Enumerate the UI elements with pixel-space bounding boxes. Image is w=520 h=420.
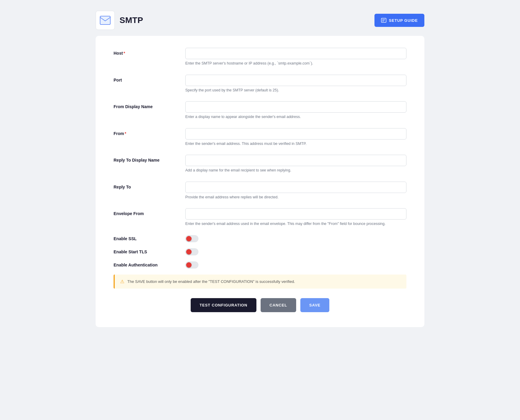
hint-reply_to: Provide the email address where replies … xyxy=(185,195,406,200)
header-left: SMTP xyxy=(96,11,143,30)
input-port[interactable] xyxy=(185,75,406,86)
toggle-label-enable_start_tls: Enable Start TLS xyxy=(114,249,185,254)
required-star-from: * xyxy=(125,131,126,136)
cancel-button[interactable]: CANCEL xyxy=(261,298,296,312)
required-star-host: * xyxy=(123,51,125,56)
label-from_display_name: From Display Name xyxy=(114,101,185,109)
label-from: From* xyxy=(114,128,185,136)
page-title: SMTP xyxy=(120,16,143,25)
hint-reply_to_display_name: Add a display name for the email recipie… xyxy=(185,168,406,173)
input-host[interactable] xyxy=(185,48,406,59)
warning-text: The SAVE button will only be enabled aft… xyxy=(127,279,295,284)
form-row-host: Host*Enter the SMTP server's hostname or… xyxy=(114,48,406,66)
toggle-switch-enable_start_tls[interactable] xyxy=(185,248,198,255)
input-envelope_from[interactable] xyxy=(185,208,406,220)
form-row-from_display_name: From Display NameEnter a display name to… xyxy=(114,101,406,120)
hint-envelope_from: Enter the sender's email address used in… xyxy=(185,221,406,227)
form-row-reply_to_display_name: Reply To Display NameAdd a display name … xyxy=(114,155,406,173)
label-reply_to: Reply To xyxy=(114,182,185,189)
field-col-from_display_name: Enter a display name to appear alongside… xyxy=(185,101,406,120)
toggle-row-enable_start_tls: Enable Start TLS xyxy=(114,248,406,255)
toggle-row-enable_ssl: Enable SSL xyxy=(114,235,406,242)
hint-host: Enter the SMTP server's hostname or IP a… xyxy=(185,61,406,66)
label-host: Host* xyxy=(114,48,185,56)
footer-buttons: TEST CONFIGURATION CANCEL SAVE xyxy=(114,298,406,312)
toggle-label-enable_authentication: Enable Authentication xyxy=(114,263,185,267)
svg-rect-0 xyxy=(100,16,110,24)
test-configuration-button[interactable]: TEST CONFIGURATION xyxy=(191,298,256,312)
form-row-from: From*Enter the sender's email address. T… xyxy=(114,128,406,147)
label-reply_to_display_name: Reply To Display Name xyxy=(114,155,185,163)
form-row-envelope_from: Envelope FromEnter the sender's email ad… xyxy=(114,208,406,227)
warning-banner: ⚠ The SAVE button will only be enabled a… xyxy=(114,275,406,289)
field-col-reply_to_display_name: Add a display name for the email recipie… xyxy=(185,155,406,173)
toggle-thumb-enable_ssl xyxy=(186,236,192,241)
field-col-host: Enter the SMTP server's hostname or IP a… xyxy=(185,48,406,66)
input-reply_to_display_name[interactable] xyxy=(185,155,406,166)
setup-guide-button[interactable]: SETUP GUIDE xyxy=(374,14,424,27)
toggle-switch-enable_authentication[interactable] xyxy=(185,261,198,269)
form-row-port: PortSpecify the port used by the SMTP se… xyxy=(114,75,406,93)
hint-from: Enter the sender's email address. This a… xyxy=(185,141,406,147)
hint-port: Specify the port used by the SMTP server… xyxy=(185,88,406,93)
toggle-switch-enable_ssl[interactable] xyxy=(185,235,198,242)
input-reply_to[interactable] xyxy=(185,182,406,193)
field-col-reply_to: Provide the email address where replies … xyxy=(185,182,406,200)
toggle-thumb-enable_authentication xyxy=(186,262,192,268)
setup-guide-label: SETUP GUIDE xyxy=(389,18,418,23)
field-col-port: Specify the port used by the SMTP server… xyxy=(185,75,406,93)
hint-from_display_name: Enter a display name to appear alongside… xyxy=(185,114,406,120)
form-row-reply_to: Reply ToProvide the email address where … xyxy=(114,182,406,200)
label-envelope_from: Envelope From xyxy=(114,208,185,216)
toggle-label-enable_ssl: Enable SSL xyxy=(114,236,185,241)
page-header: SMTP SETUP GUIDE xyxy=(96,6,424,36)
field-col-from: Enter the sender's email address. This a… xyxy=(185,128,406,147)
input-from[interactable] xyxy=(185,128,406,140)
main-card: Host*Enter the SMTP server's hostname or… xyxy=(96,36,424,327)
warning-icon: ⚠ xyxy=(120,279,124,284)
label-port: Port xyxy=(114,75,185,82)
toggle-thumb-enable_start_tls xyxy=(186,249,192,255)
save-button[interactable]: SAVE xyxy=(300,298,330,312)
toggle-row-enable_authentication: Enable Authentication xyxy=(114,261,406,269)
input-from_display_name[interactable] xyxy=(185,101,406,113)
field-col-envelope_from: Enter the sender's email address used in… xyxy=(185,208,406,227)
smtp-logo xyxy=(96,11,115,30)
